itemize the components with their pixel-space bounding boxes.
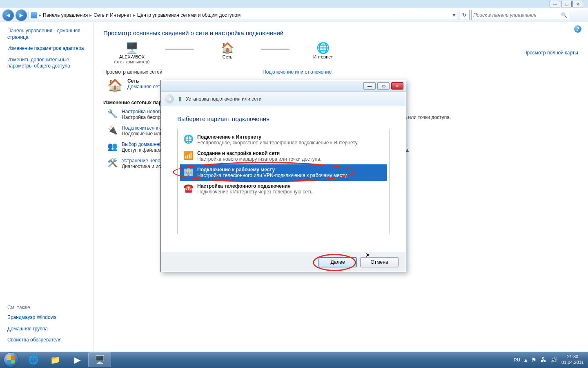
window-maximize-button[interactable]: ▭: [561, 1, 572, 7]
see-also-firewall[interactable]: Брандмауэр Windows: [7, 314, 89, 321]
sidebar-link-sharing[interactable]: Изменить дополнительные параметры общего…: [7, 57, 89, 70]
option-workplace[interactable]: 🏢 Подключение к рабочему месту Настройка…: [180, 164, 387, 181]
sidebar-link-home[interactable]: Панель управления - домашняя страница: [7, 28, 89, 40]
router-icon: 📶: [183, 150, 193, 160]
node-pc-sub: (этот компьютер): [114, 59, 149, 64]
taskbar: 🌐 📁 ▶ 🖥️ RU ▴ ⚑ 🖧 🔊 21:30 01.04.2011: [0, 352, 588, 368]
node-this-pc[interactable]: 🖥️ ALEX-VBOX (этот компьютер): [103, 41, 160, 64]
windows-orb-icon: [4, 353, 18, 367]
see-also-homegroup[interactable]: Домашняя группа: [7, 326, 89, 332]
search-placeholder: Поиск в панели управления: [473, 12, 537, 18]
tray-clock[interactable]: 21:30 01.04.2011: [561, 354, 584, 366]
active-network-type[interactable]: Домашняя сеть: [127, 84, 163, 90]
breadcrumb-separator: ▸: [133, 12, 136, 18]
network-map: 🖥️ ALEX-VBOX (этот компьютер) 🏠 Сеть 🌐 И…: [103, 41, 578, 64]
node-internet-name: Интернет: [313, 54, 333, 59]
cancel-button[interactable]: Отмена: [360, 257, 399, 267]
dialog-header-text: Установка подключения или сети: [186, 96, 261, 102]
house-network-icon: 🏠: [107, 78, 122, 92]
active-networks-heading: Просмотр активных сетей Подключение или …: [103, 69, 578, 75]
dialog-footer: Далее Отмена: [161, 252, 406, 272]
option-title: Подключение к рабочему месту: [197, 167, 347, 173]
network-center-icon: [31, 12, 37, 18]
option-title: Настройка телефонного подключения: [197, 183, 314, 189]
sidebar-link-adapter[interactable]: Изменение параметров адаптера: [7, 45, 89, 52]
connector-icon: [165, 49, 194, 50]
computer-icon: 🖥️: [124, 41, 140, 54]
connector-icon: [261, 49, 290, 50]
breadcrumb-item[interactable]: Панель управления: [43, 12, 88, 18]
nav-back-button[interactable]: ◄: [2, 9, 14, 21]
setup-connection-dialog: — ▭ ✕ ◄ ⬆ Установка подключения или сети…: [160, 80, 406, 272]
window-frame-top: — ▭ ✕: [0, 0, 588, 8]
tray-chevron-icon[interactable]: ▴: [524, 357, 527, 363]
search-icon: 🔍: [561, 12, 567, 18]
node-pc-name: ALEX-VBOX: [119, 54, 145, 59]
dialog-titlebar[interactable]: — ▭ ✕: [161, 80, 406, 92]
option-dialup[interactable]: ☎️ Настройка телефонного подключения Под…: [180, 181, 387, 197]
option-title: Подключение к Интернету: [197, 134, 359, 140]
taskbar-control-panel[interactable]: 🖥️: [88, 352, 111, 367]
dialog-maximize-button[interactable]: ▭: [377, 82, 390, 90]
breadcrumb-item[interactable]: Сеть и Интернет: [94, 12, 131, 18]
connection-options-list: 🌐 Подключение к Интернету Беспроводное, …: [177, 129, 390, 234]
tray-date: 01.04.2011: [561, 360, 584, 366]
start-button[interactable]: [0, 352, 22, 368]
connect-icon: 🔌: [107, 125, 118, 137]
see-also-ie-options[interactable]: Свойства обозревателя: [7, 337, 89, 343]
option-title: Создание и настройка новой сети: [197, 150, 321, 156]
active-network-name: Сеть: [127, 78, 163, 84]
page-title: Просмотр основных сведений о сети и наст…: [103, 29, 578, 36]
full-map-link[interactable]: Просмотр полной карты: [523, 50, 578, 56]
window-close-button[interactable]: ✕: [572, 1, 583, 7]
tray-volume-icon[interactable]: 🔊: [550, 357, 557, 363]
taskbar-ie[interactable]: 🌐: [22, 352, 44, 368]
dialog-minimize-button[interactable]: —: [363, 82, 376, 90]
help-icon[interactable]: ?: [574, 25, 581, 33]
breadcrumb-separator: ▸: [89, 12, 92, 18]
homegroup-icon: 👥: [107, 141, 118, 153]
troubleshoot-icon: 🛠️: [107, 158, 118, 169]
globe-arrow-icon: 🌐: [183, 134, 193, 144]
breadcrumb-separator: ▸: [39, 12, 41, 18]
tray-time: 21:30: [561, 354, 584, 360]
search-input[interactable]: Поиск в панели управления 🔍: [471, 10, 569, 20]
dialog-back-button[interactable]: ◄: [165, 94, 174, 103]
node-network[interactable]: 🏠 Сеть: [199, 41, 256, 64]
option-desc: Беспроводное, скоростное или телефонное …: [197, 140, 359, 146]
tray-flag-icon[interactable]: ⚑: [531, 357, 537, 363]
dialog-close-button[interactable]: ✕: [391, 82, 403, 90]
dialog-title: Выберите вариант подключения: [177, 115, 390, 122]
next-button[interactable]: Далее: [318, 257, 357, 267]
building-icon: 🏢: [183, 167, 193, 177]
breadcrumb-dropdown-icon[interactable]: ▾: [453, 12, 455, 18]
option-desc: Подключение к Интернету через телефонную…: [197, 189, 314, 195]
wizard-icon: 🔧: [107, 109, 118, 120]
dialog-header: ◄ ⬆ Установка подключения или сети: [161, 92, 406, 106]
network-wizard-icon: ⬆: [177, 95, 183, 103]
see-also-label: См. также: [7, 305, 89, 310]
system-tray: RU ▴ ⚑ 🖧 🔊 21:30 01.04.2011: [510, 354, 588, 366]
node-internet[interactable]: 🌐 Интернет: [294, 41, 352, 64]
nav-forward-button[interactable]: ►: [16, 9, 27, 21]
language-indicator[interactable]: RU: [514, 357, 520, 362]
refresh-button[interactable]: ↻: [459, 10, 470, 20]
node-net-name: Сеть: [223, 54, 232, 59]
globe-icon: 🌐: [315, 41, 331, 54]
option-new-network[interactable]: 📶 Создание и настройка новой сети Настро…: [180, 148, 387, 164]
option-internet[interactable]: 🌐 Подключение к Интернету Беспроводное, …: [180, 132, 387, 148]
option-desc: Настройка нового маршрутизатора или точк…: [197, 156, 321, 162]
window-minimize-button[interactable]: —: [550, 1, 560, 7]
taskbar-explorer[interactable]: 📁: [44, 352, 66, 368]
sidebar: Панель управления - домашняя страница Из…: [0, 22, 94, 352]
breadcrumb-item[interactable]: Центр управления сетями и общим доступом: [137, 12, 241, 18]
option-desc: Настройка телефонного или VPN-подключени…: [197, 173, 347, 178]
taskbar-media[interactable]: ▶: [66, 352, 88, 368]
house-icon: 🏠: [219, 41, 236, 54]
tray-network-icon[interactable]: 🖧: [541, 357, 546, 363]
phone-icon: ☎️: [183, 183, 193, 193]
connect-disconnect-link[interactable]: Подключение или отключение: [263, 69, 332, 75]
breadcrumb[interactable]: ▸ Панель управления ▸ Сеть и Интернет ▸ …: [29, 10, 457, 20]
address-bar: ◄ ► ▸ Панель управления ▸ Сеть и Интерне…: [0, 8, 588, 22]
